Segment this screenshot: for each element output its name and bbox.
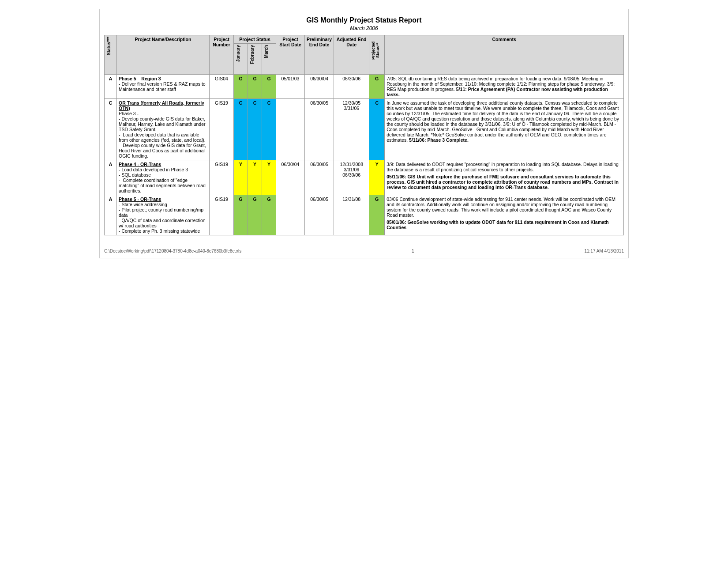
row-february: C — [248, 99, 262, 160]
row-comments: In June we assumed the task of developin… — [385, 99, 624, 160]
row-start-date — [276, 195, 305, 235]
th-status: Status*** — [105, 35, 117, 75]
footer: C:\Docstoc\Working\pdf\17120804-3780-4d8… — [104, 249, 624, 253]
prelim-end-header-label: Preliminary End Date — [307, 37, 332, 47]
row-march: Y — [262, 160, 276, 195]
row-prelim-end: 06/30/05 — [305, 160, 334, 195]
project-number-header-label: Project Number — [213, 37, 230, 47]
project-name-title: Phase 4 - OR-Trans — [119, 162, 207, 167]
row-start-date: 05/01/03 — [276, 75, 305, 99]
row-status: A — [105, 75, 117, 99]
th-february: February — [248, 44, 262, 75]
row-january: C — [234, 99, 248, 160]
project-name-title: Phase 5 _ Region 3 — [119, 76, 207, 81]
row-projected-status: G — [369, 195, 385, 235]
row-adj-end: 12/30/05 3/31/06 — [334, 99, 369, 160]
th-adj-end: Adjusted End Date — [334, 35, 369, 75]
page-container: GIS Monthly Project Status Report March … — [99, 9, 629, 258]
project-name-body: - State wide addressing - Pilot project;… — [119, 202, 207, 234]
row-february: G — [248, 75, 262, 99]
adj-end-header-label: Adjusted End Date — [337, 37, 367, 47]
project-name-title: OR Trans (formerly All Roads, formerly O… — [119, 100, 207, 111]
row-january: Y — [234, 160, 248, 195]
th-projected-status: Projected Status** — [369, 35, 385, 75]
project-name-body: - Deliver final version RES & RAZ maps t… — [119, 81, 207, 92]
row-projected-status: G — [369, 75, 385, 99]
row-march: C — [262, 99, 276, 160]
row-project-name: OR Trans (formerly All Roads, formerly O… — [117, 99, 210, 160]
comment-bold-text: 05/01/06: GeoSolve working with to updat… — [387, 219, 622, 230]
february-label: February — [250, 45, 255, 64]
project-name-title: Phase 5 - OR-Trans — [119, 196, 207, 202]
th-project-status-group: Project Status — [234, 35, 276, 44]
row-project-number: GIS19 — [210, 195, 234, 235]
comment-text: 3/9: Data delivered to ODOT requires "pr… — [387, 162, 622, 172]
row-project-name: Phase 5 _ Region 3- Deliver final versio… — [117, 75, 210, 99]
th-comments: Comments — [385, 35, 624, 75]
th-project-number: Project Number — [210, 35, 234, 75]
january-label: January — [236, 45, 240, 62]
project-name-header-label: Project Name/Description — [135, 37, 191, 42]
footer-page: 1 — [412, 249, 414, 253]
footer-timestamp: 11:17 AM 4/13/2011 — [584, 249, 624, 253]
row-prelim-end: 06/30/05 — [305, 99, 334, 160]
row-project-name: Phase 4 - OR-Trans- Load data developed … — [117, 160, 210, 195]
projected-status-label: Projected Status** — [371, 37, 380, 64]
comment-text: In June we assumed the task of developin… — [387, 100, 619, 143]
table-row: COR Trans (formerly All Roads, formerly … — [105, 99, 624, 160]
footer-filepath: C:\Docstoc\Working\pdf\17120804-3780-4d8… — [104, 249, 241, 253]
row-march: G — [262, 75, 276, 99]
row-adj-end: 12/31/08 — [334, 195, 369, 235]
row-adj-end: 12/31/2008 3/31/06 06/30/06 — [334, 160, 369, 195]
row-comments: 3/9: Data delivered to ODOT requires "pr… — [385, 160, 624, 195]
comment-bold-text: 05/11/06: GIS Unit will explore the purc… — [387, 174, 622, 190]
report-title: GIS Monthly Project Status Report — [104, 14, 624, 25]
row-project-number: GIS19 — [210, 160, 234, 195]
row-start-date — [276, 99, 305, 160]
main-table: Status*** Project Name/Description Proje… — [104, 35, 624, 235]
row-status: C — [105, 99, 117, 160]
row-comments: 7/05: SQL db containing RES data being a… — [385, 75, 624, 99]
row-project-name: Phase 5 - OR-Trans- State wide addressin… — [117, 195, 210, 235]
row-projected-status: Y — [369, 160, 385, 195]
row-february: Y — [248, 160, 262, 195]
project-name-body: - Develop county-wide GIS data for Baker… — [119, 116, 207, 159]
th-march: March — [262, 44, 276, 75]
row-february: G — [248, 195, 262, 235]
th-january: January — [234, 44, 248, 75]
row-january: G — [234, 195, 248, 235]
comments-header-label: Comments — [492, 37, 516, 42]
row-project-number: GIS19 — [210, 99, 234, 160]
row-project-number: GIS04 — [210, 75, 234, 99]
row-prelim-end: 06/30/04 — [305, 75, 334, 99]
table-row: APhase 5 _ Region 3- Deliver final versi… — [105, 75, 624, 99]
th-project-name: Project Name/Description — [117, 35, 210, 75]
row-projected-status: C — [369, 99, 385, 160]
project-name-subtitle: Phase 3 - — [119, 111, 207, 116]
start-date-header-label: Project Start Date — [279, 37, 301, 47]
report-subtitle: March 2006 — [104, 25, 624, 35]
th-start-date: Project Start Date — [276, 35, 305, 75]
project-status-group-label: Project Status — [239, 37, 270, 42]
table-row: APhase 4 - OR-Trans- Load data developed… — [105, 160, 624, 195]
project-name-body: - Load data developed in Phase 3 - SQL d… — [119, 167, 207, 193]
row-january: G — [234, 75, 248, 99]
row-march: G — [262, 195, 276, 235]
row-status: A — [105, 160, 117, 195]
row-status: A — [105, 195, 117, 235]
table-row: APhase 5 - OR-Trans- State wide addressi… — [105, 195, 624, 235]
th-prelim-end: Preliminary End Date — [305, 35, 334, 75]
march-label: March — [264, 45, 269, 58]
status-header-label: Status*** — [106, 37, 111, 55]
comment-bold-text: 5/11/06: Phase 3 Complete. — [409, 137, 469, 143]
row-start-date: 06/30/04 — [276, 160, 305, 195]
row-prelim-end: 06/30/05 — [305, 195, 334, 235]
comment-text: 03/06 Continue development of state-wide… — [387, 196, 622, 218]
row-adj-end: 06/30/06 — [334, 75, 369, 99]
row-comments: 03/06 Continue development of state-wide… — [385, 195, 624, 235]
